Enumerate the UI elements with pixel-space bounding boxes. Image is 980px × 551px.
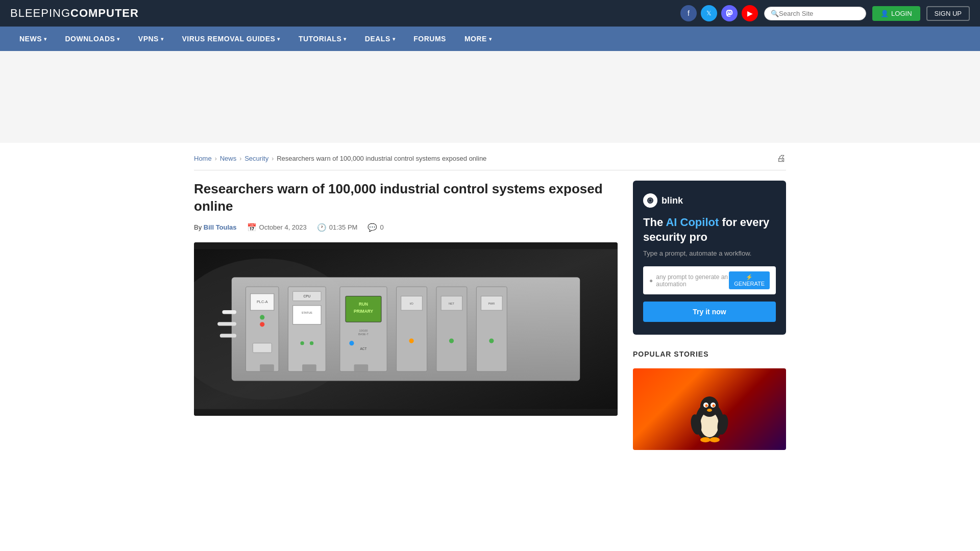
svg-text:PRIMARY: PRIMARY: [354, 308, 373, 313]
login-button[interactable]: 👤 LOGIN: [872, 6, 920, 21]
svg-point-47: [700, 396, 719, 417]
login-user-icon: 👤: [880, 10, 889, 17]
comment-icon: 💬: [368, 223, 377, 232]
signup-button[interactable]: SIGN UP: [926, 6, 970, 21]
svg-point-15: [310, 341, 313, 345]
svg-point-50: [705, 405, 708, 407]
search-icon: 🔍: [771, 10, 779, 17]
svg-point-52: [707, 409, 712, 412]
article-layout: Researchers warn of 100,000 industrial c…: [194, 181, 786, 450]
svg-point-14: [300, 341, 304, 345]
svg-rect-38: [302, 364, 316, 371]
ad-subtext: Type a prompt, automate a workflow.: [643, 249, 776, 257]
svg-text:BASE-T: BASE-T: [358, 333, 369, 336]
header-right: f 𝕏 ▶ 🔍 👤 LOGIN SIGN UP: [680, 5, 970, 21]
svg-text:PWR: PWR: [488, 302, 495, 305]
svg-rect-34: [222, 310, 236, 314]
site-logo[interactable]: BLEEPINGCOMPUTER: [10, 7, 139, 20]
blink-logo-icon: [643, 193, 657, 208]
ad-banner: [0, 51, 980, 143]
breadcrumb-security[interactable]: Security: [244, 155, 268, 162]
author-link[interactable]: Bill Toulas: [204, 223, 237, 231]
clock-icon: 🕐: [317, 223, 327, 232]
downloads-arrow-icon: ▾: [117, 36, 120, 42]
article-date-text: October 4, 2023: [259, 223, 307, 231]
ics-panel-image: PLC-A CPU STATUS: [194, 242, 618, 416]
nav-news[interactable]: NEWS ▾: [10, 28, 56, 50]
svg-text:CPU: CPU: [304, 294, 311, 298]
article-date: 📅 October 4, 2023: [247, 223, 307, 232]
nav-forums[interactable]: FORUMS: [404, 28, 455, 50]
svg-point-53: [700, 437, 710, 442]
breadcrumb-sep-3: ›: [272, 155, 274, 162]
tutorials-arrow-icon: ▾: [344, 36, 347, 42]
content-wrapper: Home › News › Security › Researchers war…: [184, 143, 796, 460]
breadcrumb: Home › News › Security › Researchers war…: [194, 153, 786, 170]
nav-more[interactable]: MORE ▾: [455, 28, 501, 50]
facebook-icon[interactable]: f: [680, 5, 697, 21]
mastodon-icon[interactable]: [721, 5, 738, 21]
article-image: PLC-A CPU STATUS: [194, 242, 618, 416]
ad-generate-button[interactable]: ⚡ GENERATE: [729, 271, 770, 289]
svg-text:NET: NET: [449, 302, 455, 305]
news-arrow-icon: ▾: [44, 36, 47, 42]
search-input[interactable]: [779, 10, 860, 17]
nav-downloads[interactable]: DOWNLOADS ▾: [56, 28, 129, 50]
social-icons: f 𝕏 ▶: [680, 5, 758, 21]
svg-text:I/O: I/O: [409, 302, 413, 305]
svg-point-44: [649, 199, 652, 202]
sidebar-ad: blink The AI Copilot for every security …: [633, 181, 786, 335]
main-nav: NEWS ▾ DOWNLOADS ▾ VPNS ▾ VIRUS REMOVAL …: [0, 27, 980, 51]
article-author: By Bill Toulas: [194, 223, 237, 231]
penguin-icon: [689, 394, 730, 445]
breadcrumb-news[interactable]: News: [220, 155, 237, 162]
article-time: 🕐 01:35 PM: [317, 223, 358, 232]
ad-logo: blink: [643, 193, 776, 208]
popular-story-thumbnail[interactable]: [633, 368, 786, 450]
article-sidebar: blink The AI Copilot for every security …: [633, 181, 786, 450]
svg-rect-37: [260, 364, 274, 371]
logo-bold: COMPUTER: [70, 7, 139, 19]
nav-deals[interactable]: DEALS ▾: [356, 28, 404, 50]
article-time-text: 01:35 PM: [329, 223, 358, 231]
ad-headline: The AI Copilot for every security pro: [643, 215, 776, 244]
article-meta: By Bill Toulas 📅 October 4, 2023 🕐 01:35…: [194, 223, 618, 232]
breadcrumb-home[interactable]: Home: [194, 155, 212, 162]
calendar-icon: 📅: [247, 223, 257, 232]
nav-vpns[interactable]: VPNS ▾: [129, 28, 173, 50]
svg-text:ACT: ACT: [360, 347, 367, 350]
ad-try-button[interactable]: Try it now: [643, 302, 776, 322]
blink-small-icon: ●: [649, 277, 653, 284]
ad-headline-plain: The: [643, 216, 666, 229]
svg-rect-12: [293, 305, 321, 324]
svg-point-25: [409, 338, 413, 343]
article-main: Researchers warn of 100,000 industrial c…: [194, 181, 618, 450]
article-comments-count: 0: [380, 223, 383, 231]
popular-stories-title: POPULAR STORIES: [633, 350, 786, 362]
twitter-icon[interactable]: 𝕏: [701, 5, 717, 21]
vpns-arrow-icon: ▾: [161, 36, 164, 42]
site-header: BLEEPINGCOMPUTER f 𝕏 ▶ 🔍 👤 LOGIN SIGN UP: [0, 0, 980, 27]
more-arrow-icon: ▾: [489, 36, 492, 42]
nav-tutorials[interactable]: TUTORIALS ▾: [289, 28, 356, 50]
youtube-icon[interactable]: ▶: [742, 5, 758, 21]
svg-text:PLC-A: PLC-A: [257, 299, 268, 304]
svg-point-29: [449, 338, 454, 343]
breadcrumb-sep-2: ›: [239, 155, 241, 162]
ad-input-area: ● any prompt to generate an automation ⚡…: [643, 266, 776, 294]
article-comments[interactable]: 💬 0: [368, 223, 383, 232]
ad-prompt-placeholder: any prompt to generate an automation: [656, 273, 729, 288]
svg-text:STATUS: STATUS: [302, 311, 312, 314]
svg-point-6: [260, 315, 264, 319]
popular-stories: POPULAR STORIES: [633, 350, 786, 450]
search-box[interactable]: 🔍: [764, 7, 866, 20]
svg-point-33: [489, 338, 494, 343]
ad-prompt-label: ● any prompt to generate an automation: [649, 273, 729, 288]
nav-virus-removal[interactable]: VIRUS REMOVAL GUIDES ▾: [173, 28, 289, 50]
breadcrumb-current: Researchers warn of 100,000 industrial c…: [277, 155, 486, 162]
print-icon[interactable]: 🖨: [777, 153, 786, 164]
ad-headline-highlight: AI Copilot: [666, 216, 719, 229]
svg-point-54: [709, 437, 720, 442]
svg-point-20: [349, 341, 354, 345]
deals-arrow-icon: ▾: [393, 36, 396, 42]
